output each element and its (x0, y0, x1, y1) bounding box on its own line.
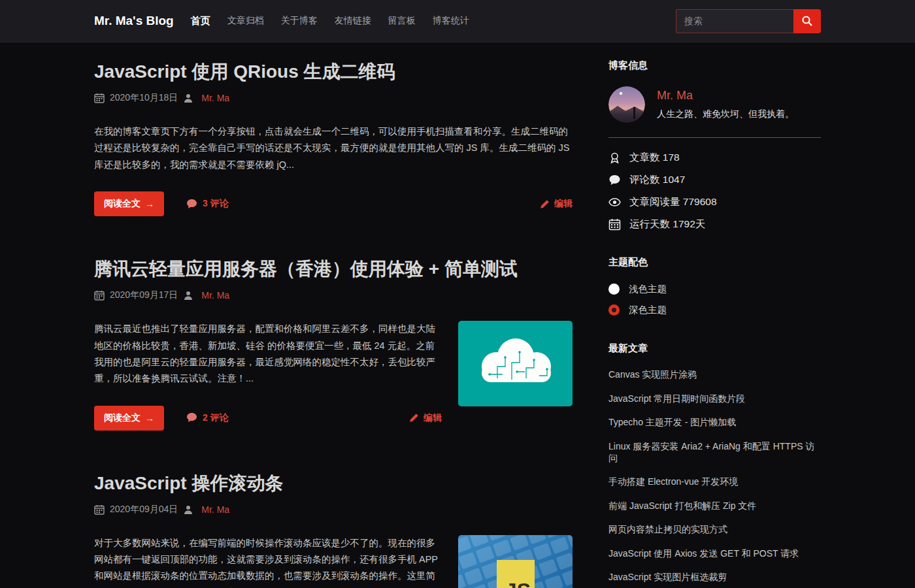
stat-text: 评论数 1047 (629, 173, 685, 187)
sidebar-info-title: 博客信息 (608, 59, 821, 72)
nav-item-links[interactable]: 友情链接 (335, 15, 371, 27)
calendar-icon (94, 290, 105, 301)
read-more-label: 阅读全文 (104, 412, 141, 424)
theme-option-light[interactable]: 浅色主题 (608, 283, 821, 295)
navbar: Mr. Ma's Blog 首页 文章归档 关于博客 友情链接 留言板 博客统计 (0, 0, 915, 42)
profile-name[interactable]: Mr. Ma (657, 89, 794, 103)
svg-text:JS: JS (505, 579, 531, 588)
nav-item-guestbook[interactable]: 留言板 (388, 15, 416, 27)
comment-icon (186, 412, 197, 423)
post-meta: 2020年09月17日 Mr. Ma (94, 289, 573, 301)
search-form (676, 9, 821, 33)
post-card-1: JavaScript 使用 QRious 生成二维码 2020年10月18日 M… (94, 59, 573, 216)
recent-post-link[interactable]: JavaScript 常用日期时间函数片段 (608, 393, 821, 405)
post-title[interactable]: JavaScript 操作滚动条 (94, 471, 573, 496)
comments-count: 3 评论 (203, 198, 229, 210)
theme-option-dark[interactable]: 深色主题 (608, 304, 821, 316)
post-excerpt: 腾讯云最近也推出了轻量应用服务器，配置和价格和阿里云差不多，同样也是大陆地区的价… (94, 321, 442, 387)
profile-card: Mr. Ma 人生之路、难免坎坷、但我执着。 (608, 86, 821, 123)
edit-label: 编辑 (424, 412, 442, 424)
blog-stats: 文章数 178 评论数 1047 文章阅读量 779608 运行天数 1792天 (608, 151, 821, 231)
theme-picker: 主题配色 浅色主题 深色主题 (608, 256, 821, 316)
search-button[interactable] (793, 9, 821, 33)
post-thumbnail-cloud[interactable] (458, 321, 573, 406)
stat-text: 文章阅读量 779608 (629, 195, 717, 209)
calendar-icon (608, 218, 621, 231)
pencil-icon (409, 413, 419, 423)
recent-posts: 最新文章 Canvas 实现照片涂鸦 JavaScript 常用日期时间函数片段… (608, 342, 821, 588)
comment-icon (608, 174, 621, 186)
read-more-button[interactable]: 阅读全文 → (94, 406, 164, 431)
recent-post-link[interactable]: JavaScript 实现图片框选裁剪 (608, 572, 821, 583)
radio-unselected-icon[interactable] (608, 284, 620, 295)
comment-icon (186, 199, 197, 210)
recent-title: 最新文章 (608, 342, 821, 355)
comments-link[interactable]: 2 评论 (186, 412, 229, 424)
post-title[interactable]: JavaScript 使用 QRious 生成二维码 (94, 59, 573, 84)
theme-option-label: 浅色主题 (629, 283, 667, 295)
eye-icon (608, 196, 621, 208)
calendar-icon (94, 504, 105, 515)
user-icon (183, 290, 193, 301)
stat-days: 运行天数 1792天 (608, 218, 821, 231)
search-icon (801, 15, 813, 27)
post-author[interactable]: Mr. Ma (201, 93, 229, 103)
stat-comments: 评论数 1047 (608, 173, 821, 187)
post-meta: 2020年09月04日 Mr. Ma (94, 504, 573, 515)
sidebar: 博客信息 (608, 59, 821, 588)
avatar[interactable] (608, 86, 645, 123)
arrow-right-icon: → (145, 413, 154, 423)
site-brand[interactable]: Mr. Ma's Blog (94, 14, 174, 28)
post-author[interactable]: Mr. Ma (201, 504, 229, 515)
read-more-label: 阅读全文 (104, 198, 141, 210)
radio-selected-icon[interactable] (608, 304, 620, 316)
stat-views: 文章阅读量 779608 (608, 195, 821, 209)
edit-link[interactable]: 编辑 (540, 198, 573, 210)
theme-title: 主题配色 (608, 256, 821, 269)
post-date: 2020年10月18日 (110, 92, 178, 104)
stat-text: 文章数 178 (629, 151, 680, 165)
nav-item-archive[interactable]: 文章归档 (227, 15, 264, 27)
theme-option-label: 深色主题 (629, 304, 667, 316)
comments-link[interactable]: 3 评论 (186, 198, 229, 210)
post-date: 2020年09月17日 (110, 289, 178, 301)
post-author[interactable]: Mr. Ma (201, 290, 229, 301)
recent-post-link[interactable]: 网页内容禁止拷贝的实现方式 (608, 524, 821, 536)
post-excerpt: 在我的博客文章页下方有一个分享按钮，点击就会生成一个二维码，可以使用手机扫描查看… (94, 123, 573, 173)
edit-label: 编辑 (554, 198, 573, 210)
comments-count: 2 评论 (203, 412, 229, 424)
post-excerpt: 对于大多数网站来说，在编写前端的时候操作滚动条应该是少不了的。现在的很多网站都有… (94, 535, 442, 588)
user-icon (183, 93, 193, 103)
recent-post-link[interactable]: Canvas 实现照片涂鸦 (608, 369, 821, 381)
recent-post-link[interactable]: Typecho 主题开发 - 图片懒加载 (608, 417, 821, 429)
post-list: JavaScript 使用 QRious 生成二维码 2020年10月18日 M… (94, 59, 573, 588)
post-date: 2020年09月04日 (110, 504, 178, 515)
nav-item-home[interactable]: 首页 (191, 15, 210, 27)
medal-icon (608, 152, 621, 164)
post-card-3: JavaScript 操作滚动条 2020年09月04日 Mr. Ma 对于大多… (94, 471, 573, 588)
recent-post-link[interactable]: 前端 JavaScript 打包和解压 Zip 文件 (608, 500, 821, 512)
search-input[interactable] (676, 9, 793, 33)
recent-post-link[interactable]: JavaScript 使用 Axios 发送 GET 和 POST 请求 (608, 548, 821, 560)
post-meta: 2020年10月18日 Mr. Ma (94, 92, 573, 104)
stat-text: 运行天数 1792天 (629, 218, 705, 231)
pencil-icon (540, 199, 550, 209)
profile-bio: 人生之路、难免坎坷、但我执着。 (657, 108, 794, 120)
edit-link[interactable]: 编辑 (409, 412, 442, 424)
read-more-button[interactable]: 阅读全文 → (94, 191, 164, 216)
main-nav: 首页 文章归档 关于博客 友情链接 留言板 博客统计 (191, 15, 469, 27)
arrow-right-icon: → (145, 199, 154, 209)
recent-post-link[interactable]: Linux 服务器安装 Aria2 + AriaNg 和配置 HTTPS 访问 (608, 441, 821, 465)
calendar-icon (94, 93, 105, 103)
nav-item-about[interactable]: 关于博客 (281, 15, 318, 27)
stat-articles: 文章数 178 (608, 151, 821, 165)
post-card-2: 腾讯云轻量应用服务器（香港）使用体验 + 简单测试 2020年09月17日 Mr… (94, 257, 573, 431)
recent-post-link[interactable]: 手动搭建 Electron-vue 开发环境 (608, 476, 821, 488)
user-icon (183, 504, 193, 515)
post-title[interactable]: 腾讯云轻量应用服务器（香港）使用体验 + 简单测试 (94, 257, 573, 282)
sidebar-divider (608, 137, 821, 138)
nav-item-stats[interactable]: 博客统计 (433, 15, 469, 27)
post-thumbnail-js[interactable]: JS (458, 535, 573, 588)
